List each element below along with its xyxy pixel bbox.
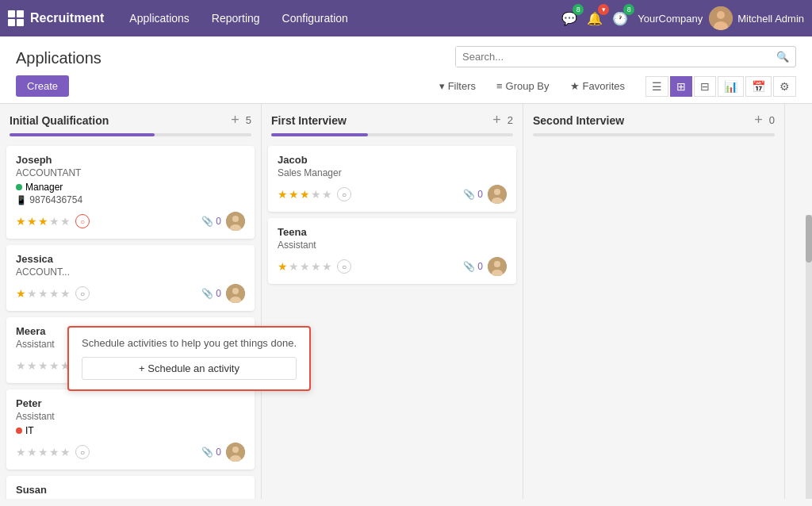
page-title: Applications <box>16 43 102 71</box>
user-menu[interactable]: Mitchell Admin <box>709 6 804 30</box>
star-rating: ★★★★★ <box>16 215 71 228</box>
create-button[interactable]: Create <box>16 75 69 97</box>
star-empty: ★ <box>49 287 59 300</box>
column-progress <box>533 133 775 136</box>
kanban-column-second-interview: Second Interview + 0 <box>523 104 785 499</box>
star-empty: ★ <box>38 287 48 300</box>
scrollbar-track <box>806 215 812 499</box>
column-title: Initial Qualification <box>10 114 224 127</box>
star-rating: ★★★★★ <box>16 446 71 458</box>
chat-badge: 8 <box>573 4 584 15</box>
kanban-card[interactable]: Susan ACCOUNTANT ★★★★★ ○ <box>6 476 255 499</box>
star-filled: ★ <box>16 287 26 300</box>
activity-btn[interactable]: ○ <box>337 259 351 274</box>
card-avatar <box>488 185 507 204</box>
star-empty: ★ <box>60 446 71 458</box>
list-view-btn[interactable]: ☰ <box>645 76 668 97</box>
card-job: Assistant <box>278 240 507 251</box>
column-add-btn[interactable]: + <box>754 112 763 128</box>
chart-view-btn[interactable]: 📊 <box>718 76 744 97</box>
svg-point-7 <box>232 288 239 294</box>
card-avatar <box>226 443 245 462</box>
topbar-icons: 💬 8 🔔 ▾ 🕐 8 <box>558 7 631 29</box>
card-footer: ★★★★★ ○ 📎 0 <box>16 443 245 462</box>
kanban-card[interactable]: Peter Assistant IT ★★★★★ ○ 📎 0 <box>6 389 255 470</box>
app-logo[interactable]: Recruitment <box>8 10 104 26</box>
kanban-cards <box>523 143 784 499</box>
card-name: Jessica <box>16 253 245 265</box>
scrollbar-thumb[interactable] <box>806 215 812 263</box>
card-name: Peter <box>16 397 245 409</box>
search-icon[interactable]: 🔍 <box>770 47 795 67</box>
star-filled: ★ <box>278 260 288 273</box>
column-header: First Interview + 2 <box>262 104 523 133</box>
star-empty: ★ <box>322 260 332 273</box>
card-avatar <box>226 284 245 303</box>
star-empty: ★ <box>49 359 59 372</box>
clock-badge: 8 <box>623 4 634 15</box>
notif-badge: ▾ <box>598 4 609 15</box>
grid-view-btn[interactable]: ⊟ <box>694 76 716 97</box>
groupby-button[interactable]: ≡ Group By <box>488 77 557 95</box>
kanban-view-btn[interactable]: ⊞ <box>670 76 692 97</box>
filters-button[interactable]: ▾ Filters <box>431 77 484 95</box>
star-empty: ★ <box>311 260 321 273</box>
activity-btn[interactable]: ○ <box>337 187 351 201</box>
menu-item-applications[interactable]: Applications <box>120 7 199 29</box>
activity-btn[interactable]: ○ <box>75 286 90 301</box>
star-icon: ★ <box>570 80 580 92</box>
user-avatar <box>709 6 733 30</box>
column-title: First Interview <box>271 114 486 127</box>
card-job: ACCOUNTANT <box>16 167 245 178</box>
grid-icon <box>8 10 24 26</box>
clip-count: 📎 0 <box>463 261 483 272</box>
kanban-card[interactable]: Joseph ACCOUNTANT Manager 📱 9876436754 ★… <box>6 146 255 239</box>
activity-btn[interactable]: ○ <box>75 214 90 228</box>
activity-btn[interactable]: ○ <box>75 445 90 459</box>
tag-label: IT <box>25 425 34 436</box>
card-avatar <box>488 257 507 276</box>
star-filled: ★ <box>38 215 48 228</box>
column-add-btn[interactable]: + <box>492 112 501 128</box>
column-count: 5 <box>246 114 251 126</box>
column-count: 0 <box>769 114 775 126</box>
star-rating: ★★★★★ <box>278 188 332 201</box>
clock-icon-btn[interactable]: 🕐 8 <box>609 7 631 29</box>
kanban-cards: Jacob Sales Manager ★★★★★ ○ 📎 0 <box>262 143 523 499</box>
card-name: Jacob <box>278 154 507 166</box>
kanban-card[interactable]: Teena Assistant ★★★★★ ○ 📎 0 <box>268 218 516 284</box>
tag-dot <box>16 184 22 190</box>
groupby-icon: ≡ <box>496 80 503 92</box>
column-progress <box>10 133 251 136</box>
menu-item-configuration[interactable]: Configuration <box>273 7 358 29</box>
column-header: Initial Qualification + 5 <box>0 104 261 133</box>
star-filled: ★ <box>27 215 37 228</box>
bell-icon-btn[interactable]: 🔔 ▾ <box>584 7 606 29</box>
svg-point-19 <box>494 189 500 195</box>
card-footer: ★★★★★ ○ 📎 0 <box>16 212 245 231</box>
column-add-btn[interactable]: + <box>231 112 239 128</box>
star-rating: ★★★★★ <box>16 359 71 372</box>
card-name: Joseph <box>16 154 245 166</box>
calendar-view-btn[interactable]: 📅 <box>745 76 772 97</box>
star-empty: ★ <box>289 260 299 273</box>
star-empty: ★ <box>27 446 37 458</box>
card-footer: ★★★★★ ○ 📎 0 <box>16 284 245 303</box>
schedule-activity-button[interactable]: + Schedule an activity <box>82 357 297 380</box>
tag-dot <box>16 427 22 434</box>
search-input[interactable] <box>456 47 770 67</box>
kanban-card[interactable]: Jessica ACCOUNT... ★★★★★ ○ 📎 0 <box>6 245 255 311</box>
card-name: Teena <box>278 226 507 238</box>
page-header: Applications 🔍 Create ▾ Filters ≡ Group … <box>0 36 812 104</box>
chat-icon-btn[interactable]: 💬 8 <box>558 7 580 29</box>
main-menu: Applications Reporting Configuration <box>120 7 558 29</box>
favorites-button[interactable]: ★ Favorites <box>562 77 633 95</box>
kanban-board: Initial Qualification + 5 Joseph ACCOUNT… <box>0 104 812 499</box>
star-rating: ★★★★★ <box>278 260 332 273</box>
kanban-card[interactable]: Jacob Sales Manager ★★★★★ ○ 📎 0 <box>268 146 516 212</box>
settings-view-btn[interactable]: ⚙ <box>773 76 796 97</box>
star-filled: ★ <box>16 215 26 228</box>
card-tag: Manager <box>16 182 63 193</box>
activity-tooltip: Schedule activities to help you get thin… <box>67 326 311 391</box>
menu-item-reporting[interactable]: Reporting <box>202 7 270 29</box>
